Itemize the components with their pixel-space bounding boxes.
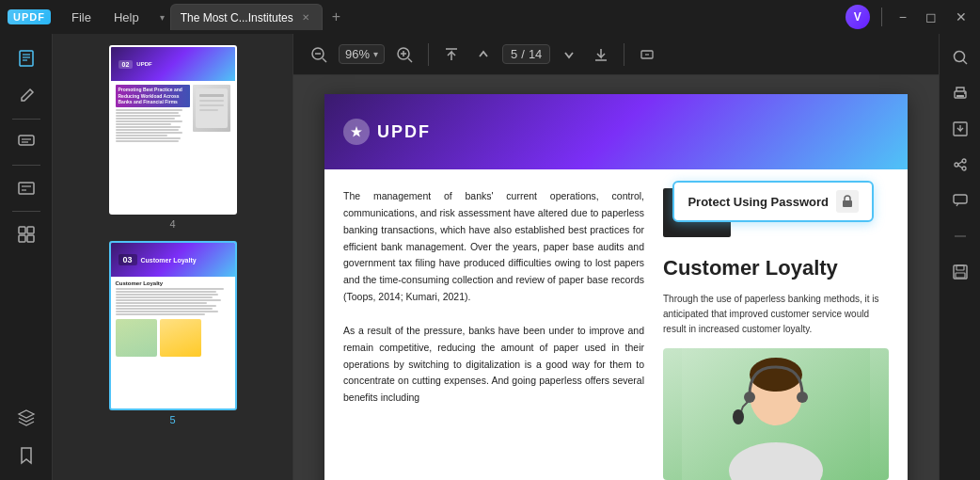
menu-file[interactable]: File bbox=[62, 7, 101, 28]
page-up-button[interactable] bbox=[470, 43, 497, 66]
sidebar-separator2 bbox=[12, 165, 40, 166]
titlebar: UPDF File Help ▾ The Most C...Institutes… bbox=[0, 0, 980, 34]
right-sidebar-comment[interactable] bbox=[943, 184, 977, 216]
tab-label: The Most C...Institutes bbox=[181, 11, 293, 24]
svg-rect-10 bbox=[19, 227, 25, 233]
svg-rect-4 bbox=[19, 136, 34, 145]
doc-page: UPDF The management of banks' current op… bbox=[324, 94, 908, 480]
protect-password-button[interactable]: Protect Using Password bbox=[672, 181, 874, 222]
customer-image bbox=[663, 348, 889, 480]
thumbnail-page5[interactable]: 03 Customer Loyalty Customer Loyalty bbox=[109, 241, 237, 425]
page-right-column: 03 Customer Loyalty Through the use of p… bbox=[663, 188, 889, 480]
avatar[interactable]: V bbox=[846, 5, 870, 29]
sidebar-icon-reader[interactable] bbox=[8, 41, 45, 75]
sidebar-icon-layers[interactable] bbox=[8, 401, 45, 435]
sidebar-icon-bookmark[interactable] bbox=[8, 439, 45, 472]
page-current: 5 bbox=[511, 47, 517, 61]
zoom-dropdown-arrow[interactable]: ▾ bbox=[373, 49, 378, 59]
sidebar-icon-form[interactable] bbox=[8, 171, 45, 205]
right-sidebar-print[interactable] bbox=[943, 77, 977, 109]
right-sidebar-separator-line bbox=[943, 220, 977, 252]
titlebar-separator bbox=[881, 8, 882, 26]
svg-point-42 bbox=[964, 92, 966, 94]
main-content: 02 UPDF Promoting Best Practice and Redu… bbox=[0, 34, 980, 480]
svg-rect-48 bbox=[954, 195, 967, 203]
svg-rect-12 bbox=[19, 235, 25, 242]
right-sidebar-save[interactable] bbox=[943, 256, 977, 288]
svg-rect-41 bbox=[956, 95, 964, 97]
toolbar-separator2 bbox=[624, 43, 624, 66]
thumb4-right bbox=[193, 85, 230, 142]
svg-rect-15 bbox=[199, 94, 224, 97]
fit-width-button[interactable] bbox=[634, 43, 660, 66]
tab-active[interactable]: The Most C...Institutes ✕ bbox=[170, 4, 323, 30]
toolbar-separator1 bbox=[428, 43, 429, 66]
svg-point-36 bbox=[733, 409, 744, 424]
maximize-button[interactable]: ◻ bbox=[920, 8, 942, 26]
thumb5-num: 03 bbox=[119, 254, 137, 265]
zoom-control[interactable]: 96% ▾ bbox=[339, 44, 385, 64]
thumb4-title: Promoting Best Practice and Reducing Wor… bbox=[116, 85, 190, 107]
right-sidebar-share[interactable] bbox=[943, 149, 977, 181]
thumb5-lines bbox=[116, 288, 230, 315]
zoom-out-button[interactable] bbox=[305, 42, 333, 67]
svg-point-46 bbox=[955, 163, 958, 167]
section-body-text: Through the use of paperless banking met… bbox=[663, 292, 889, 337]
svg-rect-52 bbox=[956, 273, 965, 278]
left-sidebar bbox=[0, 34, 53, 480]
svg-rect-13 bbox=[27, 235, 34, 242]
svg-rect-0 bbox=[20, 51, 33, 66]
svg-point-35 bbox=[797, 392, 808, 403]
new-tab-button[interactable]: + bbox=[324, 7, 348, 27]
thumbnail-page4[interactable]: 02 UPDF Promoting Best Practice and Redu… bbox=[109, 45, 237, 230]
zoom-in-button[interactable] bbox=[390, 42, 419, 67]
top-toolbar: 96% ▾ 5 / 14 bbox=[293, 34, 939, 75]
sidebar-icon-edit[interactable] bbox=[8, 79, 45, 113]
thumb4-lines bbox=[116, 109, 190, 142]
body-paragraph-2: As a result of the pressure, banks have … bbox=[343, 323, 644, 407]
svg-point-47 bbox=[962, 167, 966, 170]
right-sidebar bbox=[939, 34, 980, 480]
thumb5-header: 03 Customer Loyalty bbox=[111, 243, 235, 277]
page-left-column: The management of banks' current operati… bbox=[343, 188, 644, 480]
thumb-num-4: 4 bbox=[169, 218, 175, 230]
page-bottom-button[interactable] bbox=[588, 43, 614, 66]
page-total: 14 bbox=[529, 47, 542, 61]
svg-line-25 bbox=[408, 58, 412, 62]
tab-overflow-arrow[interactable]: ▾ bbox=[160, 12, 165, 23]
protect-btn-label: Protect Using Password bbox=[688, 195, 829, 209]
window-controls: V − ◻ ✕ bbox=[840, 5, 972, 29]
sidebar-icon-organize[interactable] bbox=[8, 217, 45, 251]
svg-rect-37 bbox=[843, 200, 852, 207]
page-control: 5 / 14 bbox=[502, 44, 550, 64]
page-down-button[interactable] bbox=[556, 43, 582, 66]
svg-line-21 bbox=[323, 58, 326, 62]
svg-line-39 bbox=[963, 60, 967, 64]
document-area: UPDF The management of banks' current op… bbox=[293, 75, 939, 480]
right-sidebar-search[interactable] bbox=[943, 41, 977, 73]
thumbnail-panel: 02 UPDF Promoting Best Practice and Redu… bbox=[53, 34, 293, 480]
sidebar-icon-comment[interactable] bbox=[8, 125, 45, 159]
tabs-area: ▾ The Most C...Institutes ✕ + bbox=[160, 4, 836, 30]
page-top-button[interactable] bbox=[438, 43, 465, 66]
thumb5-customer-title: Customer Loyalty bbox=[141, 257, 197, 264]
close-button[interactable]: ✕ bbox=[950, 8, 972, 26]
page-logo-text: UPDF bbox=[377, 122, 431, 142]
svg-point-45 bbox=[962, 159, 966, 163]
thumb5-img1 bbox=[116, 319, 157, 357]
app-logo: UPDF bbox=[8, 9, 51, 24]
thumb-num-5: 5 bbox=[169, 414, 175, 425]
thumb5-body: Customer Loyalty bbox=[111, 277, 235, 360]
thumb4-image bbox=[193, 85, 230, 132]
minimize-button[interactable]: − bbox=[893, 8, 912, 26]
menu-help[interactable]: Help bbox=[104, 7, 149, 28]
tab-close-button[interactable]: ✕ bbox=[299, 11, 312, 24]
updf-logo-text: UPDF bbox=[8, 9, 51, 24]
svg-rect-18 bbox=[199, 109, 218, 111]
page-header: UPDF bbox=[324, 94, 908, 169]
thumb4-body: Promoting Best Practice and Reducing Wor… bbox=[111, 81, 235, 146]
right-sidebar-export[interactable] bbox=[943, 113, 977, 145]
svg-rect-16 bbox=[199, 100, 224, 102]
page-logo-circle bbox=[343, 119, 370, 145]
protect-btn-icon bbox=[836, 190, 859, 213]
